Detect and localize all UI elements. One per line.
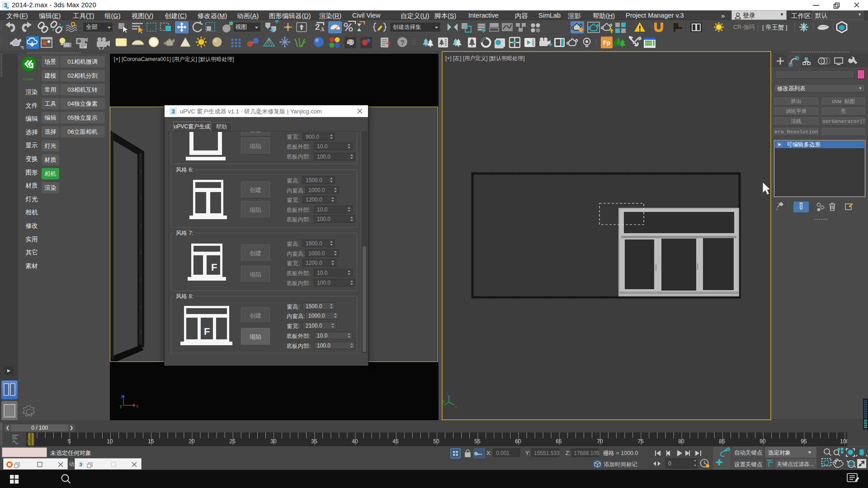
svg-text:Y:: Y: [525, 450, 530, 456]
svg-text:CR-伽玛: CR-伽玛 [733, 24, 755, 30]
svg-text:0.001: 0.001 [496, 450, 509, 456]
svg-text:栅格 = 1000.0: 栅格 = 1000.0 [603, 450, 638, 456]
svg-text:z: z [447, 391, 449, 395]
svg-text:2: 2 [315, 22, 320, 32]
svg-text:关键点过滤器...: 关键点过滤器... [777, 461, 814, 467]
svg-text:x: x [455, 405, 457, 409]
svg-text:z: z [121, 394, 123, 399]
svg-text:3: 3 [171, 108, 175, 115]
svg-text:[ 帝王蟹 ]: [ 帝王蟹 ] [762, 24, 788, 31]
svg-text:Fp: Fp [603, 39, 610, 46]
svg-text:y: y [120, 404, 122, 408]
svg-text:选定对象: 选定对象 [768, 450, 791, 456]
svg-text:0: 0 [668, 460, 671, 467]
svg-text:3: 3 [79, 462, 82, 467]
svg-text:17688.105: 17688.105 [574, 450, 599, 456]
svg-text:15551.533: 15551.533 [534, 450, 560, 456]
svg-text:X:: X: [486, 450, 492, 456]
svg-text:?: ? [400, 38, 404, 46]
svg-text:自动关键点: 自动关键点 [734, 450, 763, 456]
svg-text:全部: 全部 [86, 23, 98, 30]
svg-text:.5: .5 [320, 27, 324, 32]
svg-text:y: y [443, 399, 445, 404]
svg-text:Z:: Z: [566, 450, 571, 456]
svg-text:设置关键点: 设置关键点 [734, 461, 763, 468]
svg-text:添加时间标记: 添加时间标记 [604, 461, 637, 468]
svg-text:创建选择集: 创建选择集 [392, 24, 421, 30]
svg-text:视图: 视图 [235, 23, 247, 30]
svg-text:x: x [136, 404, 138, 408]
